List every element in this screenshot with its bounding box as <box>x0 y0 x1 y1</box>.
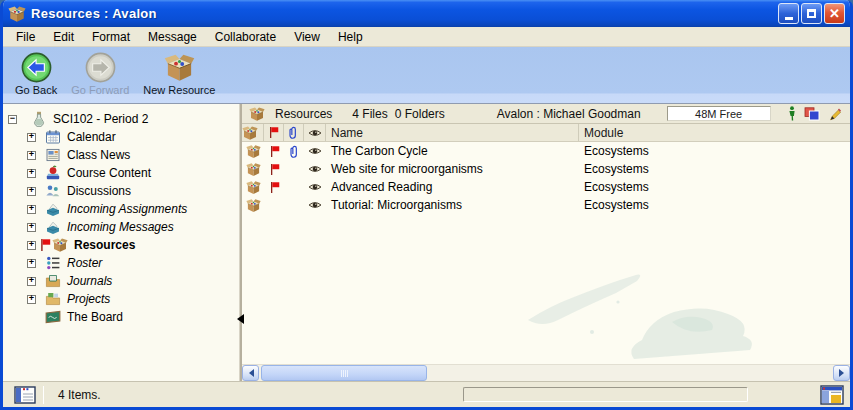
eye-icon <box>308 200 322 210</box>
expand-expander-icon[interactable] <box>27 259 36 268</box>
paperclip-icon <box>289 145 300 158</box>
box-icon <box>242 125 258 141</box>
tree-item-incoming-assignments[interactable]: Incoming Assignments <box>3 200 239 218</box>
table-row[interactable]: Web site for microorganisms Ecosystems <box>242 160 850 178</box>
file-name[interactable]: The Carbon Cycle <box>326 144 579 158</box>
tree-item-the-board[interactable]: The Board <box>3 308 239 326</box>
box-icon <box>52 237 68 253</box>
new-resource-label: New Resource <box>143 84 215 96</box>
flask-icon <box>31 111 47 127</box>
menu-edit[interactable]: Edit <box>44 28 83 46</box>
overlap-squares-icon[interactable] <box>804 107 820 121</box>
scroll-left-button[interactable] <box>242 365 259 381</box>
menu-view[interactable]: View <box>285 28 329 46</box>
box-icon <box>246 180 261 195</box>
scrollbar-track[interactable] <box>259 365 833 381</box>
panel-header-icons <box>788 106 844 121</box>
flag-column-header[interactable] <box>264 124 284 141</box>
file-module: Ecosystems <box>579 180 850 194</box>
name-column-header[interactable]: Name <box>326 124 579 141</box>
expand-expander-icon[interactable] <box>27 187 36 196</box>
go-back-button[interactable]: Go Back <box>9 51 63 97</box>
resources-panel: Resources 4 Files 0 Folders Avalon : Mic… <box>242 104 850 381</box>
expand-expander-icon[interactable] <box>27 223 36 232</box>
tree-item-discussions[interactable]: Discussions <box>3 182 239 200</box>
projects-icon <box>45 291 61 307</box>
tree-item-resources[interactable]: Resources <box>3 236 239 254</box>
menu-format[interactable]: Format <box>83 28 139 46</box>
expand-expander-icon[interactable] <box>27 205 36 214</box>
menu-file[interactable]: File <box>7 28 44 46</box>
attachment-column-header[interactable] <box>284 124 304 141</box>
menu-message[interactable]: Message <box>139 28 206 46</box>
course-tree: SCI102 - Period 2 Calendar Class News Co… <box>3 104 239 381</box>
table-row[interactable]: Tutorial: Microorganisms Ecosystems <box>242 196 850 214</box>
board-icon <box>45 309 61 325</box>
panel-header: Resources 4 Files 0 Folders Avalon : Mic… <box>242 104 850 124</box>
flag-icon <box>268 126 279 139</box>
scrollbar-thumb[interactable] <box>261 365 427 381</box>
go-forward-icon <box>85 52 116 83</box>
main-area: SCI102 - Period 2 Calendar Class News Co… <box>3 104 850 381</box>
free-space-indicator: 48M Free <box>667 106 771 121</box>
tree-item-label: Calendar <box>67 130 116 144</box>
window-title: Resources : Avalon <box>31 6 776 21</box>
expand-expander-icon[interactable] <box>27 277 36 286</box>
item-type-column-header[interactable] <box>242 124 264 141</box>
discussions-icon <box>45 183 61 199</box>
roster-icon <box>45 255 61 271</box>
class-news-icon <box>45 147 61 163</box>
expand-expander-icon[interactable] <box>27 133 36 142</box>
tree-item-label: Course Content <box>67 166 151 180</box>
tree-item-projects[interactable]: Projects <box>3 290 239 308</box>
maximize-button[interactable] <box>801 3 822 24</box>
tree-item-class-news[interactable]: Class News <box>3 146 239 164</box>
tree-item-journals[interactable]: Journals <box>3 272 239 290</box>
status-message-area <box>463 387 748 402</box>
flag-icon <box>269 181 280 194</box>
viewed-column-header[interactable] <box>304 124 326 141</box>
box-icon <box>249 106 265 122</box>
table-row[interactable]: Advanced Reading Ecosystems <box>242 178 850 196</box>
menu-collaborate[interactable]: Collaborate <box>206 28 285 46</box>
tree-item-label: Resources <box>74 238 135 252</box>
expand-expander-icon[interactable] <box>27 295 36 304</box>
expand-expander-icon[interactable] <box>27 151 36 160</box>
flag-icon <box>39 238 51 252</box>
file-name[interactable]: Advanced Reading <box>326 180 579 194</box>
person-icon[interactable] <box>788 106 796 121</box>
go-back-icon <box>21 52 52 83</box>
scroll-left-icon <box>245 369 254 377</box>
pencil-icon[interactable] <box>828 107 842 121</box>
inbox-icon <box>45 219 61 235</box>
file-module: Ecosystems <box>579 198 850 212</box>
flag-icon <box>269 145 280 158</box>
inbox-icon <box>45 201 61 217</box>
tree-item-course[interactable]: SCI102 - Period 2 <box>3 110 239 128</box>
menu-help[interactable]: Help <box>329 28 372 46</box>
collapse-expander-icon[interactable] <box>8 115 17 124</box>
tree-item-course-content[interactable]: Course Content <box>3 164 239 182</box>
file-name[interactable]: Web site for microorganisms <box>326 162 579 176</box>
new-resource-button[interactable]: New Resource <box>137 51 221 97</box>
folders-count: 0 Folders <box>395 107 445 121</box>
eye-icon <box>308 128 322 138</box>
tree-item-calendar[interactable]: Calendar <box>3 128 239 146</box>
file-name[interactable]: Tutorial: Microorganisms <box>326 198 579 212</box>
module-column-header[interactable]: Module <box>579 126 850 140</box>
toolbar: Go Back Go Forward New Resource <box>3 47 850 104</box>
course-content-icon <box>45 165 61 181</box>
horizontal-scrollbar[interactable] <box>242 364 850 381</box>
split-view-icon[interactable] <box>14 386 36 404</box>
tree-item-incoming-messages[interactable]: Incoming Messages <box>3 218 239 236</box>
close-button[interactable]: ✕ <box>824 3 845 24</box>
layout-view-icon[interactable] <box>820 385 844 405</box>
table-row[interactable]: The Carbon Cycle Ecosystems <box>242 142 850 160</box>
expand-expander-icon[interactable] <box>27 169 36 178</box>
go-forward-label: Go Forward <box>71 84 129 96</box>
expand-expander-icon[interactable] <box>27 241 36 250</box>
box-icon <box>246 162 261 177</box>
scroll-right-button[interactable] <box>833 365 850 381</box>
tree-item-roster[interactable]: Roster <box>3 254 239 272</box>
minimize-button[interactable] <box>778 3 799 24</box>
